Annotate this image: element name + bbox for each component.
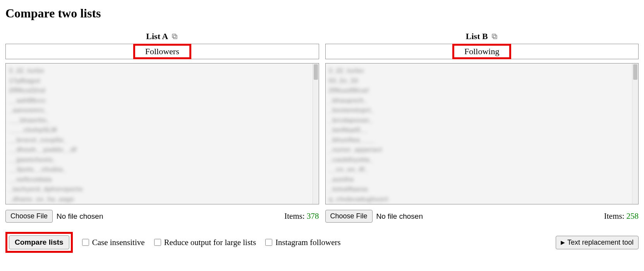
reduce-output-checkbox[interactable] xyxy=(154,239,161,246)
copy-icon[interactable] xyxy=(171,33,178,40)
list-a-choose-file-button[interactable]: Choose File xyxy=(5,210,53,223)
list-a-header: List A xyxy=(5,31,319,41)
instagram-group[interactable]: Instagram followers xyxy=(265,238,341,247)
list-a-name-value[interactable]: Followers xyxy=(133,44,191,59)
list-a-blurred-content: 3_22_turbo17p8tagut2f99co22nd__aah88ccc_… xyxy=(6,63,319,204)
bottom-left-controls: Compare lists Case insensitive Reduce ou… xyxy=(5,232,341,253)
scrollbar-thumb[interactable] xyxy=(633,64,637,80)
list-b-items-number: 258 xyxy=(627,211,639,221)
instagram-label: Instagram followers xyxy=(275,238,341,247)
case-insensitive-group[interactable]: Case insensitive xyxy=(82,238,145,247)
list-b-textarea[interactable]: 3_22_turbo03_2v_332f9tuzdWca#_bhaupnch__… xyxy=(325,63,639,204)
copy-icon[interactable] xyxy=(491,33,498,40)
list-a-file-group: Choose File No file chosen xyxy=(5,210,103,223)
list-b-no-file-text: No file chosen xyxy=(376,212,423,221)
list-b-title: List B xyxy=(466,31,488,41)
text-replacement-label: Text replacement tool xyxy=(567,238,634,247)
bottom-bar: Compare lists Case insensitive Reduce ou… xyxy=(5,232,639,253)
scrollbar[interactable] xyxy=(313,63,319,204)
list-a-column: List A Followers 3_22_turbo17p8tagut2f99… xyxy=(5,31,319,223)
compare-lists-button[interactable]: Compare lists xyxy=(9,235,69,249)
list-b-name-value[interactable]: Following xyxy=(452,44,511,59)
reduce-output-label: Reduce output for large lists xyxy=(164,238,256,247)
list-a-items-count: Items: 378 xyxy=(284,211,319,221)
play-icon: ▶ xyxy=(561,239,565,245)
list-b-column: List B Following 3_22_turbo03_2v_332f9tu… xyxy=(325,31,639,223)
list-b-items-label: Items: xyxy=(604,211,625,221)
svg-rect-3 xyxy=(492,34,496,38)
list-a-title: List A xyxy=(146,31,168,41)
list-b-items-count: Items: 258 xyxy=(604,211,639,221)
list-b-name-input-container[interactable]: Following xyxy=(325,44,639,59)
list-a-below-row: Choose File No file chosen Items: 378 xyxy=(5,210,319,223)
case-insensitive-checkbox[interactable] xyxy=(82,239,89,246)
scrollbar[interactable] xyxy=(632,63,638,204)
scrollbar-thumb[interactable] xyxy=(314,64,318,80)
list-b-below-row: Choose File No file chosen Items: 258 xyxy=(325,210,639,223)
case-insensitive-label: Case insensitive xyxy=(92,238,145,247)
svg-rect-0 xyxy=(173,35,177,39)
page-title: Compare two lists xyxy=(5,6,639,21)
list-b-header: List B xyxy=(325,31,639,41)
list-a-name-input-container[interactable]: Followers xyxy=(5,44,319,59)
list-b-file-group: Choose File No file chosen xyxy=(325,210,423,223)
list-a-items-label: Items: xyxy=(284,211,305,221)
instagram-checkbox[interactable] xyxy=(265,239,272,246)
compare-highlight: Compare lists xyxy=(5,232,73,253)
list-a-items-number: 378 xyxy=(307,211,319,221)
svg-rect-2 xyxy=(493,35,497,39)
list-a-textarea[interactable]: 3_22_turbo17p8tagut2f99co22nd__aah88ccc_… xyxy=(5,63,319,204)
list-b-choose-file-button[interactable]: Choose File xyxy=(325,210,373,223)
svg-rect-1 xyxy=(172,34,176,38)
list-columns: List A Followers 3_22_turbo17p8tagut2f99… xyxy=(5,31,639,223)
list-b-blurred-content: 3_22_turbo03_2v_332f9tuzdWca#_bhaupnch__… xyxy=(326,63,639,204)
list-a-no-file-text: No file chosen xyxy=(57,212,103,221)
text-replacement-button[interactable]: ▶ Text replacement tool xyxy=(556,236,639,249)
reduce-output-group[interactable]: Reduce output for large lists xyxy=(154,238,256,247)
